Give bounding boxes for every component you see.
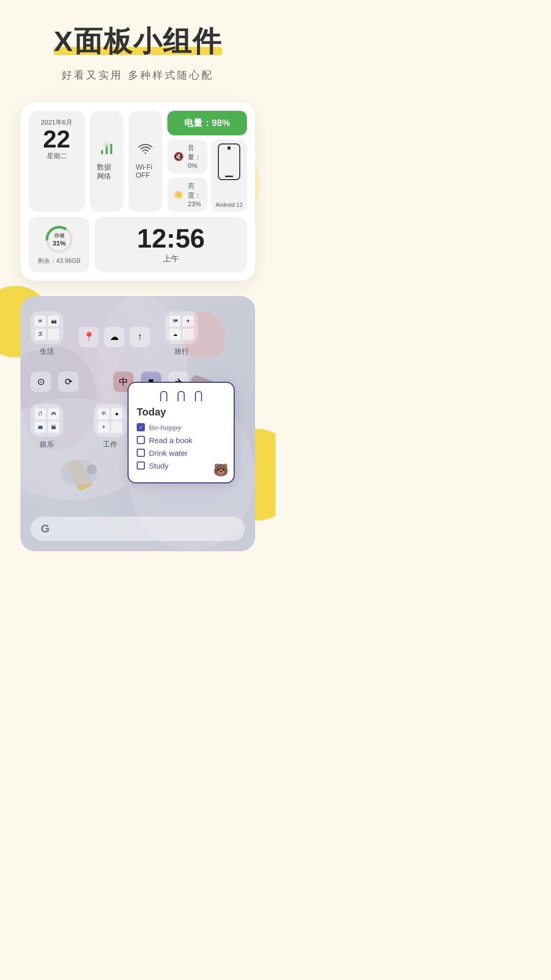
icon-2-2[interactable]: ⟳ <box>58 372 79 392</box>
time-display: 12:56 <box>137 225 205 252</box>
note-widget: Today ✓ Be happy Read a book Drink wa <box>128 382 235 483</box>
storage-block: 存储 31% 剩余：43.96GB <box>29 217 90 273</box>
widget-card: 2021年6月 22 星期二 数据网络 <box>20 103 255 281</box>
brightness-label: 亮度：23% <box>188 182 201 208</box>
folder-ent-2: 🎮 <box>48 408 59 420</box>
icon-location[interactable]: 📍 <box>79 327 99 347</box>
folder-entertainment[interactable]: 🎵 🎮 📺 🎬 娱乐 <box>31 404 63 449</box>
folder-work-label: 工作 <box>103 440 117 449</box>
phone-camera-dot <box>228 146 231 150</box>
note-text-3: Drink water <box>149 449 188 457</box>
battery-block: 电量：98% <box>167 111 247 135</box>
network-block[interactable]: 数据网络 <box>90 111 123 212</box>
folder-travel-app-2: ✈ <box>183 315 194 327</box>
folder-app-2: 📷 <box>48 315 59 327</box>
brightness-block[interactable]: ☀️ 亮度：23% <box>167 178 207 212</box>
main-title: X面板小组件 <box>54 25 221 57</box>
folder-ent-1: 🎵 <box>35 408 46 420</box>
note-rings <box>137 391 226 401</box>
google-icon: G <box>41 522 49 535</box>
folder-app-1: ✉ <box>35 315 46 327</box>
volume-block[interactable]: 🔇 音量：0% <box>167 139 207 174</box>
network-label: 数据网络 <box>97 163 116 181</box>
folder-ent-4: 🎬 <box>48 422 59 433</box>
date-day: 22 <box>43 127 70 152</box>
folder-work-4 <box>111 422 122 433</box>
folder-app-4 <box>48 329 59 340</box>
note-checkbox-2 <box>137 436 145 444</box>
svg-rect-1 <box>106 147 108 154</box>
phone-home-bar <box>225 176 233 177</box>
folder-work-2: ■ <box>111 408 122 420</box>
date-weekday: 星期二 <box>47 152 67 161</box>
note-text-2: Read a book <box>149 436 192 445</box>
folder-travel-app-1: 🗺 <box>169 315 181 327</box>
wifi-label: Wi-Fi OFF <box>136 163 155 179</box>
folder-travel-app-3: ☁ <box>169 329 181 340</box>
folder-ent-label: 娱乐 <box>40 440 54 449</box>
folder-travel-label: 旅行 <box>174 347 189 356</box>
svg-point-4 <box>105 142 109 146</box>
svg-rect-0 <box>101 150 103 154</box>
note-title: Today <box>137 406 226 418</box>
folder-ent-3: 📺 <box>35 422 46 433</box>
note-item-3[interactable]: Drink water <box>137 449 226 457</box>
google-bar[interactable]: G <box>31 517 245 541</box>
folder-app-3: 文 <box>35 329 46 340</box>
note-ring-1 <box>160 391 167 401</box>
battery-label: 电量：98% <box>184 117 230 129</box>
svg-rect-2 <box>110 144 112 154</box>
phone-content: ✉ 📷 文 生活 📍 ☁ ↑ 🗺 ✈ <box>20 296 255 551</box>
folder-travel[interactable]: 🗺 ✈ ☁ 旅行 <box>165 311 198 356</box>
icon-cloud[interactable]: ☁ <box>104 327 124 347</box>
date-block: 2021年6月 22 星期二 <box>29 111 85 212</box>
time-ampm: 上午 <box>163 254 179 264</box>
wifi-icon <box>138 143 153 160</box>
icon-2-1[interactable]: ⊙ <box>31 372 51 392</box>
storage-percent: 存储 31% <box>53 232 66 247</box>
folder-travel-app-4 <box>183 329 194 340</box>
note-ring-2 <box>178 391 185 401</box>
storage-remain: 剩余：43.96GB <box>38 257 80 265</box>
note-text-4: Study <box>149 461 168 470</box>
storage-ring: 存储 31% <box>44 224 74 255</box>
network-icon <box>99 141 114 160</box>
icon-arrow[interactable]: ↑ <box>130 327 150 347</box>
android-block: Android 12 <box>211 139 247 212</box>
note-item-2[interactable]: Read a book <box>137 436 226 445</box>
wifi-block[interactable]: Wi-Fi OFF <box>129 111 162 212</box>
folder-life[interactable]: ✉ 📷 文 生活 <box>31 311 63 356</box>
brightness-icon: ☀️ <box>173 190 184 200</box>
folder-work-3: ✈ <box>98 422 109 433</box>
note-checkbox-4 <box>137 461 145 470</box>
note-ring-3 <box>195 391 202 401</box>
note-checkbox-1: ✓ <box>137 423 145 431</box>
note-item-1[interactable]: ✓ Be happy <box>137 423 226 432</box>
folder-work[interactable]: 中 ■ ✈ 工作 <box>94 404 127 449</box>
folder-life-label: 生活 <box>40 347 54 356</box>
note-bear-icon: 🐻 <box>213 463 229 477</box>
phone-screenshot: ✉ 📷 文 生活 📍 ☁ ↑ 🗺 ✈ <box>20 296 255 551</box>
note-item-4[interactable]: Study <box>137 461 226 470</box>
note-checkbox-3 <box>137 449 145 457</box>
subtitle: 好看又实用 多种样式随心配 <box>62 68 214 82</box>
volume-icon: 🔇 <box>173 152 184 161</box>
android-label: Android 12 <box>215 202 242 208</box>
note-text-1: Be happy <box>149 423 181 432</box>
folder-work-1: 中 <box>98 408 109 420</box>
time-block: 12:56 上午 <box>95 217 247 273</box>
volume-label: 音量：0% <box>188 143 201 169</box>
